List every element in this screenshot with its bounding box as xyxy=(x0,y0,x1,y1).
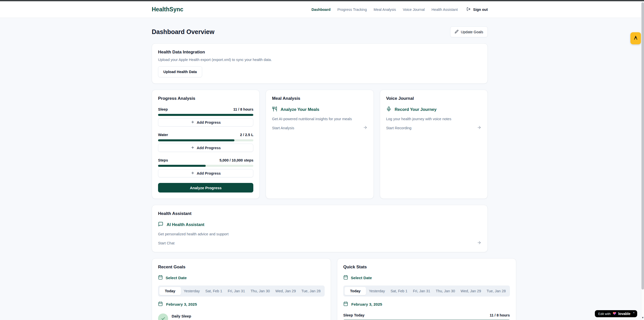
app-logo[interactable]: HealthSync xyxy=(152,6,183,13)
date-tab[interactable]: Wed, Jan 29 xyxy=(458,287,484,295)
update-goals-label: Update Goals xyxy=(461,30,483,34)
plus-icon xyxy=(191,171,195,176)
date-tab[interactable]: Thu, Jan 30 xyxy=(433,287,458,295)
date-tab-yesterday[interactable]: Yesterday xyxy=(366,287,388,295)
date-tab-yesterday[interactable]: Yesterday xyxy=(181,287,203,295)
add-progress-button[interactable]: Add Progress xyxy=(158,118,253,126)
stat-label: Sleep Today xyxy=(343,313,364,317)
lovable-label: lovable xyxy=(618,312,630,316)
assistant-description: Get personalized health advice and suppo… xyxy=(158,232,481,236)
date-tabs: Today Yesterday Sat, Feb 1 Fri, Jan 31 T… xyxy=(158,285,325,297)
main-nav: Dashboard Progress Tracking Meal Analysi… xyxy=(312,7,488,12)
selected-date-label: February 3, 2025 xyxy=(166,302,197,307)
add-progress-label: Add Progress xyxy=(197,171,221,175)
date-tab[interactable]: Sat, Feb 1 xyxy=(203,287,225,295)
add-progress-button[interactable]: Add Progress xyxy=(158,144,253,152)
update-goals-button[interactable]: Update Goals xyxy=(450,26,488,37)
arrow-right-icon xyxy=(477,125,481,131)
date-tab[interactable]: Tue, Jan 28 xyxy=(299,287,323,295)
goal-value: 2 / 2.5 L xyxy=(240,133,253,137)
action-label: Start Analysis xyxy=(272,126,294,130)
health-data-integration-card: Health Data Integration Upload your Appl… xyxy=(152,43,488,84)
goal-item-name: Daily Sleep xyxy=(172,314,191,318)
edit-with-lovable-badge[interactable]: Edit with lovable × xyxy=(595,310,637,317)
integration-description: Upload your Apple Health export (export.… xyxy=(158,58,481,62)
action-label: Start Recording xyxy=(386,126,412,130)
date-tab[interactable]: Wed, Jan 29 xyxy=(273,287,299,295)
date-tab[interactable]: Sat, Feb 1 xyxy=(388,287,410,295)
date-tab[interactable]: Tue, Jan 28 xyxy=(484,287,509,295)
top-navbar: HealthSync Dashboard Progress Tracking M… xyxy=(0,1,644,18)
nav-voice-journal[interactable]: Voice Journal xyxy=(403,8,425,12)
quick-stats-card: Quick Stats Select Date Today Yesterday … xyxy=(337,258,516,320)
calendar-icon xyxy=(343,301,348,307)
select-date-button[interactable]: Select Date xyxy=(343,275,510,281)
lovable-sidebar-badge[interactable] xyxy=(630,32,641,44)
sign-out-button[interactable]: Sign out xyxy=(467,7,488,12)
selected-date-label: February 3, 2025 xyxy=(351,302,382,307)
nav-dashboard[interactable]: Dashboard xyxy=(312,8,331,12)
feature-label: AI Health Assistant xyxy=(167,222,204,227)
analyze-progress-button[interactable]: Analyze Progress xyxy=(158,183,253,193)
select-date-button[interactable]: Select Date xyxy=(158,275,325,281)
nav-meal-analysis[interactable]: Meal Analysis xyxy=(374,8,396,12)
page-scrollbar[interactable]: ▼ xyxy=(641,1,644,320)
feature-label: Analyze Your Meals xyxy=(281,107,319,112)
ai-health-assistant-link[interactable]: AI Health Assistant xyxy=(158,221,481,228)
nav-health-assistant[interactable]: Health Assistant xyxy=(432,8,458,12)
goal-label: Sleep xyxy=(158,107,168,111)
goal-item-value: 11 / 8 hours xyxy=(172,319,191,320)
goal-label: Steps xyxy=(158,158,168,162)
record-your-journey-link[interactable]: Record Your Journey xyxy=(386,106,481,113)
voice-card-title: Voice Journal xyxy=(386,96,481,101)
utensils-icon xyxy=(272,106,277,113)
date-tabs: Today Yesterday Sat, Feb 1 Fri, Jan 31 T… xyxy=(343,285,510,297)
date-tab[interactable]: Fri, Jan 31 xyxy=(410,287,433,295)
integration-card-title: Health Data Integration xyxy=(158,50,481,55)
goal-label: Water xyxy=(158,133,168,137)
upload-health-data-button[interactable]: Upload Health Data xyxy=(158,66,202,77)
sign-out-icon xyxy=(467,7,471,12)
assistant-card-title: Health Assistant xyxy=(158,211,481,216)
start-analysis-action[interactable]: Start Analysis xyxy=(272,125,367,131)
main-content: Dashboard Overview Update Goals Health D… xyxy=(152,18,488,320)
health-assistant-card: Health Assistant AI Health Assistant Get… xyxy=(152,205,488,252)
date-tab[interactable]: Thu, Jan 30 xyxy=(248,287,273,295)
progress-bar xyxy=(158,139,253,141)
quick-stats-title: Quick Stats xyxy=(343,265,510,270)
nav-progress-tracking[interactable]: Progress Tracking xyxy=(337,8,367,12)
meal-card-title: Meal Analysis xyxy=(272,96,367,101)
selected-date-row: February 3, 2025 xyxy=(343,301,510,307)
recent-goals-card: Recent Goals Select Date Today Yesterday… xyxy=(152,258,331,320)
microphone-icon xyxy=(386,106,391,113)
select-date-label: Select Date xyxy=(166,276,187,280)
add-progress-button[interactable]: Add Progress xyxy=(158,169,253,177)
pencil-icon xyxy=(455,30,458,34)
scrollbar-down-arrow[interactable]: ▼ xyxy=(641,316,644,319)
sign-out-label: Sign out xyxy=(473,8,488,12)
progress-bar xyxy=(158,114,253,116)
analyze-your-meals-link[interactable]: Analyze Your Meals xyxy=(272,106,367,113)
stat-value: 11 / 8 hours xyxy=(490,313,510,317)
close-icon[interactable]: × xyxy=(633,311,635,314)
page-title: Dashboard Overview xyxy=(152,28,214,36)
date-tab-today[interactable]: Today xyxy=(345,287,366,295)
chat-bubble-icon xyxy=(158,221,163,228)
voice-description: Log your health journey with voice notes xyxy=(386,117,481,121)
goal-list-item: Daily Sleep 11 / 8 hours xyxy=(158,313,325,320)
date-tab-today[interactable]: Today xyxy=(159,287,181,295)
arrow-right-icon xyxy=(477,240,481,246)
add-progress-label: Add Progress xyxy=(197,146,221,150)
lovable-logo-icon xyxy=(633,35,638,41)
arrow-right-icon xyxy=(363,125,367,131)
plus-icon xyxy=(191,120,195,125)
calendar-icon xyxy=(158,275,163,281)
date-tab[interactable]: Fri, Jan 31 xyxy=(225,287,248,295)
start-recording-action[interactable]: Start Recording xyxy=(386,125,481,131)
goal-steps: Steps 5,000 / 10,000 steps Add Progress xyxy=(158,158,253,177)
scrollbar-thumb[interactable] xyxy=(641,2,644,290)
progress-bar xyxy=(158,165,253,167)
start-chat-action[interactable]: Start Chat xyxy=(158,240,481,246)
add-progress-label: Add Progress xyxy=(197,120,221,124)
progress-card-title: Progress Analysis xyxy=(158,96,253,101)
